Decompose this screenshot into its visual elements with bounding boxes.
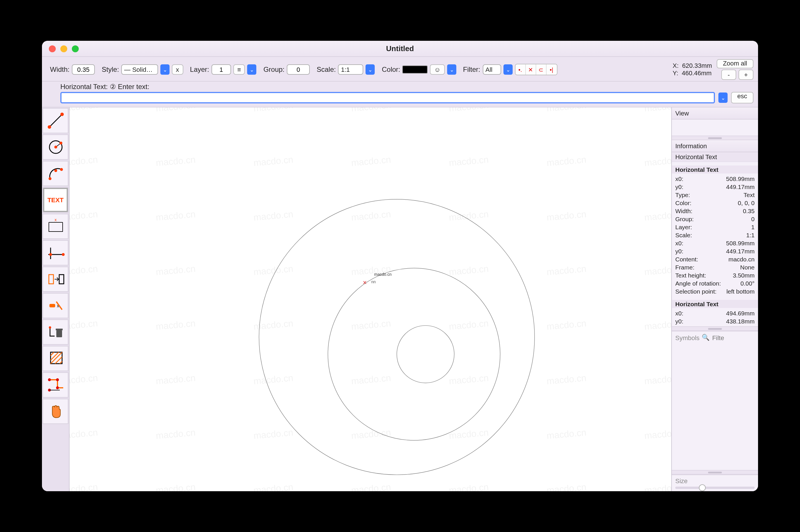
window-title: Untitled xyxy=(42,44,758,53)
command-dropdown-icon[interactable] xyxy=(719,93,728,103)
command-prompt-row: Horizontal Text: ② Enter text: esc xyxy=(42,81,758,108)
info-row: Angle of rotation:0.00° xyxy=(672,279,758,287)
titlebar: Untitled xyxy=(42,41,758,57)
information-section-header[interactable]: Information xyxy=(672,140,758,152)
coord-y-label: Y: xyxy=(673,70,678,77)
arc-tool[interactable] xyxy=(42,161,68,186)
text-tool[interactable]: TEXT xyxy=(42,187,68,213)
color-smiley-icon[interactable]: ☺ xyxy=(430,64,445,75)
filter-point-icon[interactable]: •. xyxy=(515,64,525,75)
style-select[interactable]: — Solid… xyxy=(121,64,158,75)
info-section1-rows: x0:508.99mmy0:449.17mmType:TextColor:0, … xyxy=(672,173,758,297)
scale-label: Scale: xyxy=(317,65,336,74)
filter-toggle-icons: •. ✕ ⊂ •| xyxy=(515,64,557,75)
style-clear-button[interactable]: x xyxy=(172,64,183,75)
minimize-window-button[interactable] xyxy=(60,45,67,52)
info-key: Scale: xyxy=(675,231,692,239)
panel-splitter-2[interactable] xyxy=(672,326,758,331)
color-swatch[interactable] xyxy=(403,65,428,74)
window-controls xyxy=(49,45,79,52)
scale-dropdown-icon[interactable] xyxy=(366,64,375,75)
color-label: Color: xyxy=(382,65,400,74)
polyline-tool[interactable] xyxy=(42,372,68,398)
info-value: Text xyxy=(743,191,755,198)
width-input[interactable] xyxy=(72,64,95,75)
command-prompt-label: Horizontal Text: ② Enter text: xyxy=(60,83,754,91)
size-slider[interactable] xyxy=(675,487,755,489)
layer-label: Layer: xyxy=(190,65,209,74)
filter-snap-icon[interactable]: •| xyxy=(546,64,557,75)
axis-tool[interactable] xyxy=(42,240,68,265)
info-key: Layer: xyxy=(675,224,692,230)
info-row: x0:508.99mm xyxy=(672,239,758,247)
esc-button[interactable]: esc xyxy=(731,92,754,103)
info-key: Group: xyxy=(675,215,694,222)
info-row: Text height:3.50mm xyxy=(672,271,758,279)
layer-group: Layer: ≡ xyxy=(186,64,257,75)
info-value: 494.69mm xyxy=(726,310,755,317)
symbols-filter-input[interactable] xyxy=(712,334,758,341)
group-group: Group: xyxy=(260,64,310,75)
zoom-out-button[interactable]: - xyxy=(721,70,736,80)
command-text-input[interactable] xyxy=(60,92,715,103)
svg-rect-20 xyxy=(56,330,62,337)
circle-tool[interactable] xyxy=(42,134,68,160)
style-dropdown-icon[interactable] xyxy=(160,64,170,75)
panel-splitter-3[interactable] xyxy=(672,470,758,475)
info-key: y0: xyxy=(675,248,683,254)
filter-x-icon[interactable]: ✕ xyxy=(525,64,536,75)
group-label: Group: xyxy=(263,65,284,74)
info-row: Type:Text xyxy=(672,191,758,199)
zoom-in-button[interactable]: + xyxy=(739,70,754,80)
close-window-button[interactable] xyxy=(49,45,56,52)
dimension-x-tool[interactable]: x xyxy=(42,214,68,239)
inspector-panel: View Information Horizontal Text Horizon… xyxy=(672,108,758,491)
erase-tool[interactable]: x xyxy=(42,293,68,318)
layer-input[interactable] xyxy=(211,64,231,75)
filter-select[interactable]: All xyxy=(482,64,501,75)
main-body: TEXT x x xyxy=(42,108,758,491)
symbols-label: Symbols xyxy=(675,334,700,341)
drawing-canvas[interactable]: macdo.cn ✕ nn macdo.cnmacdo.cnmacdo.cnma… xyxy=(70,108,672,491)
info-key: Width: xyxy=(675,207,692,214)
layer-dropdown-icon[interactable] xyxy=(247,64,257,75)
scale-select[interactable]: 1:1 xyxy=(338,64,364,75)
layer-list-icon[interactable]: ≡ xyxy=(233,64,245,75)
mirror-tool[interactable] xyxy=(42,267,68,292)
group-input[interactable] xyxy=(287,64,310,75)
color-dropdown-icon[interactable] xyxy=(447,64,456,75)
app-window: Untitled Width: Style: — Solid… x Layer:… xyxy=(42,41,758,491)
pan-tool[interactable] xyxy=(42,399,68,424)
style-label: Style: xyxy=(102,65,119,74)
svg-point-22 xyxy=(48,378,51,381)
svg-point-29 xyxy=(397,325,454,383)
panel-splitter-1[interactable] xyxy=(672,136,758,140)
info-value: 449.17mm xyxy=(726,183,755,190)
info-section2-rows: x0:494.69mmy0:438.18mm xyxy=(672,308,758,326)
info-key: Content: xyxy=(675,256,698,263)
tool-palette: TEXT x x xyxy=(42,108,70,491)
info-key: Text height: xyxy=(675,272,706,279)
line-tool[interactable] xyxy=(42,108,68,133)
drawing-contents xyxy=(70,108,671,484)
zoom-window-button[interactable] xyxy=(72,45,79,52)
style-group: Style: — Solid… x xyxy=(98,64,183,75)
zoom-controls: Zoom all - + xyxy=(717,59,754,80)
info-row: Color:0, 0, 0 xyxy=(672,199,758,207)
svg-point-2 xyxy=(60,113,63,116)
info-value: 508.99mm xyxy=(726,240,755,246)
svg-point-6 xyxy=(59,141,62,145)
size-section: Size xyxy=(672,475,758,491)
info-key: x0: xyxy=(675,175,683,182)
zoom-all-button[interactable]: Zoom all xyxy=(717,59,754,69)
filter-dropdown-icon[interactable] xyxy=(503,64,513,75)
hatch-tool[interactable] xyxy=(42,346,68,371)
filter-magnet-icon[interactable]: ⊂ xyxy=(536,64,546,75)
info-key: x0: xyxy=(675,310,683,317)
svg-point-28 xyxy=(328,268,500,440)
trash-tool[interactable] xyxy=(42,319,68,345)
width-label: Width: xyxy=(50,65,70,74)
svg-point-14 xyxy=(61,253,64,256)
view-section-header[interactable]: View xyxy=(672,108,758,119)
top-toolbar: Width: Style: — Solid… x Layer: ≡ Group:… xyxy=(42,57,758,81)
